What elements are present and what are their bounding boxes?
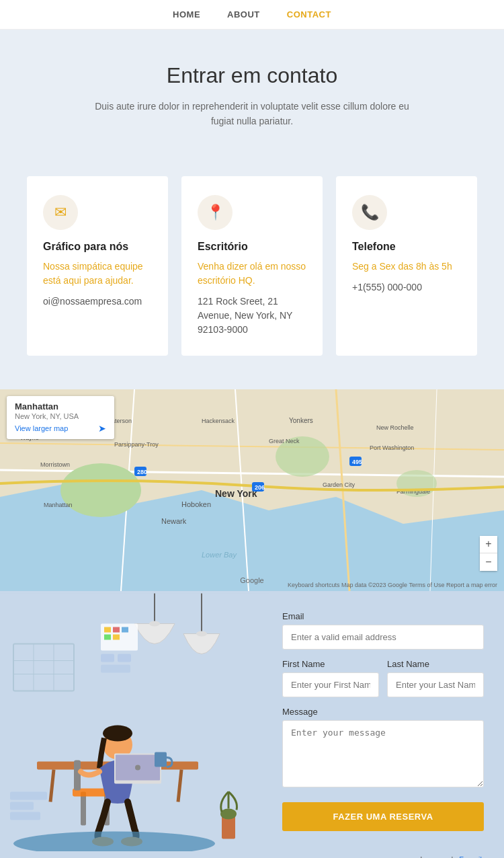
svg-rect-71 [10,802,34,810]
svg-text:280: 280 [137,469,147,475]
svg-point-60 [103,725,132,741]
svg-text:Yonkers: Yonkers [289,417,313,424]
svg-rect-49 [101,654,114,662]
zoom-out-button[interactable]: − [480,553,497,571]
svg-text:Lower Bay: Lower Bay [202,551,237,559]
name-row: First Name Last Name [282,659,484,707]
email-label: Email [282,611,484,621]
email-group: Email [282,611,484,650]
svg-point-63 [135,765,140,770]
google-logo: Google [240,576,263,584]
svg-rect-50 [118,654,131,662]
card-phone-highlight: Seg a Sex das 8h às 5h [352,260,461,274]
svg-point-37 [196,631,207,636]
svg-text:Hoboken: Hoboken [181,500,211,508]
card-office-title: Escritório [198,241,306,253]
svg-rect-70 [10,791,47,800]
map-directions-row: View larger map ➤ [15,423,106,434]
card-office-highlight: Venha dizer olá em nosso escritório HQ. [198,260,306,288]
svg-rect-51 [101,664,130,672]
card-phone: 📞 Telefone Seg a Sex das 8h às 5h +1(555… [336,176,477,356]
card-email: ✉ Gráfico para nós Nossa simpática equip… [27,176,168,356]
last-name-input[interactable] [387,672,484,697]
svg-rect-43 [113,634,120,639]
freepik-text: Imagem de [420,855,457,858]
card-email-title: Gráfico para nós [43,241,152,253]
svg-text:Hackensack: Hackensack [202,418,235,424]
contact-illustration [0,591,269,851]
svg-point-8 [60,463,141,517]
svg-rect-41 [122,627,128,632]
svg-rect-42 [104,634,111,639]
svg-text:206: 206 [255,484,265,491]
phone-icon: 📞 [352,195,387,230]
hero-section: Entrar em contato Duis aute irure dolor … [0,30,504,156]
svg-text:Morristown: Morristown [40,461,70,468]
svg-rect-66 [155,752,167,767]
svg-rect-72 [10,812,40,820]
svg-text:Parsippany-Troy: Parsippany-Troy [114,441,159,448]
freepik-link[interactable]: Freepik [459,855,484,858]
first-name-input[interactable] [282,672,379,697]
message-label: Message [282,707,484,717]
svg-text:Port Washington: Port Washington [370,444,414,451]
directions-icon[interactable]: ➤ [98,423,106,434]
card-email-highlight: Nossa simpática equipe está aqui para aj… [43,260,152,288]
navigation: HOME ABOUT CONTACT [0,0,504,30]
svg-text:Manhattan: Manhattan [44,502,73,508]
message-input[interactable] [282,720,484,787]
card-phone-title: Telefone [352,241,461,253]
first-name-group: First Name [282,659,379,697]
svg-text:New York: New York [215,488,257,499]
map-section: New York Manhattan Morristown Parsippany… [0,389,504,591]
contact-form-area: Email First Name Last Name Message FAZER… [269,591,504,851]
svg-rect-55 [81,791,86,825]
first-name-label: First Name [282,659,379,669]
illustration-svg [0,591,269,851]
card-office: 📍 Escritório Venha dizer olá em nosso es… [181,176,323,356]
nav-about[interactable]: ABOUT [227,9,260,20]
svg-rect-40 [113,627,120,632]
message-group: Message [282,707,484,790]
map-location-sub: New York, NY, USA [15,412,106,420]
map-zoom-controls: + − [480,536,497,571]
submit-button[interactable]: FAZER UMA RESERVA [282,802,484,831]
svg-rect-58 [74,760,81,790]
nav-contact[interactable]: CONTACT [287,9,331,20]
hero-description: Duis aute irure dolor in reprehenderit i… [84,99,420,129]
email-icon: ✉ [43,195,78,230]
freepik-credit: Imagem de Freepik [0,851,504,858]
email-input[interactable] [282,625,484,650]
cards-section: ✉ Gráfico para nós Nossa simpática equip… [0,156,504,389]
map-popup: Manhattan New York, NY, USA View larger … [7,396,114,439]
last-name-label: Last Name [387,659,484,669]
card-phone-detail: +1(555) 000-000 [352,280,461,295]
location-icon: 📍 [198,195,233,230]
svg-text:Newark: Newark [161,517,187,525]
svg-text:New Rochelle: New Rochelle [376,424,414,431]
svg-text:495: 495 [352,459,362,465]
card-office-detail: 121 Rock Sreet, 21 Avenue, New York, NY … [198,295,306,337]
svg-point-35 [149,621,160,626]
svg-text:Great Neck: Great Neck [269,438,300,444]
hero-title: Entrar em contato [27,63,477,88]
zoom-in-button[interactable]: + [480,536,497,553]
svg-point-69 [220,808,237,819]
nav-home[interactable]: HOME [173,9,200,20]
svg-text:Garden City: Garden City [323,481,355,488]
map-location-title: Manhattan [15,401,106,412]
map-footer-text: Keyboard shortcuts Map data ©2023 Google… [288,582,497,588]
contact-form-section: Email First Name Last Name Message FAZER… [0,591,504,851]
map-view-larger[interactable]: View larger map [15,424,68,432]
svg-rect-39 [104,627,111,632]
card-email-detail: oi@nossaempresa.com [43,295,152,309]
last-name-group: Last Name [387,659,484,697]
